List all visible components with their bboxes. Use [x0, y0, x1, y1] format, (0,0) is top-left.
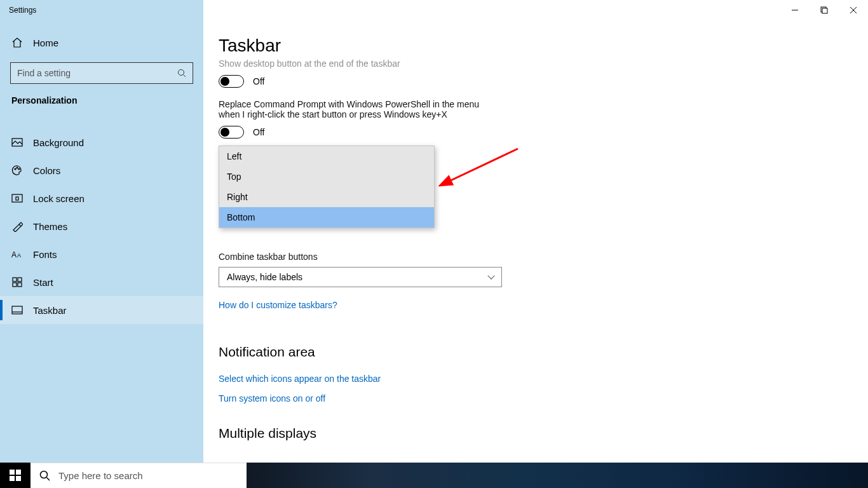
sidebar-item-background[interactable]: Background — [0, 128, 203, 156]
main-content: Taskbar Show desktop button at the end o… — [203, 0, 868, 488]
dropdown-option-bottom[interactable]: Bottom — [219, 207, 434, 227]
taskbar-icon — [11, 304, 23, 316]
sidebar-item-label: Taskbar — [33, 305, 67, 316]
svg-rect-18 — [18, 283, 22, 287]
svg-point-5 — [179, 70, 184, 76]
maximize-button[interactable] — [810, 0, 839, 20]
toggle-show-desktop-state: Off — [253, 76, 264, 86]
sidebar-item-themes[interactable]: Themes — [0, 212, 203, 240]
taskbar-search[interactable]: Type here to search — [31, 463, 247, 488]
search-input[interactable]: Find a setting — [10, 62, 193, 84]
select-combine-buttons[interactable]: Always, hide labels — [219, 267, 502, 287]
palette-icon — [11, 165, 23, 176]
start-button[interactable] — [0, 463, 31, 488]
sidebar-item-label: Start — [33, 277, 53, 288]
dropdown-option-top[interactable]: Top — [219, 166, 434, 187]
sidebar-category: Personalization — [0, 93, 203, 111]
sidebar-home[interactable]: Home — [0, 30, 203, 55]
sidebar-item-label: Lock screen — [33, 193, 85, 204]
svg-rect-15 — [13, 278, 17, 281]
page-title: Taskbar — [203, 36, 868, 56]
svg-line-6 — [184, 75, 186, 78]
home-label: Home — [33, 37, 58, 48]
dropdown-option-left[interactable]: Left — [219, 146, 434, 166]
link-select-icons[interactable]: Select which icons appear on the taskbar — [219, 374, 381, 384]
sidebar-item-label: Colors — [33, 165, 60, 176]
svg-point-8 — [15, 168, 16, 170]
sidebar-item-lockscreen[interactable]: Lock screen — [0, 184, 203, 212]
svg-line-27 — [47, 477, 50, 480]
search-placeholder: Find a setting — [17, 68, 177, 78]
toggle-powershell-state: Off — [253, 127, 264, 137]
windows-taskbar: Type here to search — [0, 463, 868, 488]
svg-text:A: A — [17, 252, 21, 259]
sidebar-item-fonts[interactable]: AA Fonts — [0, 240, 203, 268]
search-icon — [39, 470, 51, 482]
start-icon — [11, 276, 23, 288]
sidebar: Home Find a setting Personalization Back… — [0, 0, 203, 488]
titlebar: Settings — [0, 0, 868, 20]
svg-rect-11 — [12, 194, 22, 202]
minimize-button[interactable] — [780, 0, 810, 20]
dropdown-option-right[interactable]: Right — [219, 187, 434, 207]
sidebar-item-label: Fonts — [33, 249, 57, 260]
svg-rect-16 — [18, 278, 22, 281]
svg-point-26 — [41, 471, 48, 478]
lockscreen-icon — [11, 193, 23, 204]
setting-combine-label: Combine taskbar buttons — [219, 252, 661, 262]
sidebar-item-label: Background — [33, 137, 84, 148]
svg-rect-2 — [822, 8, 827, 13]
svg-rect-25 — [16, 476, 21, 481]
sidebar-item-start[interactable]: Start — [0, 268, 203, 296]
window-title: Settings — [0, 6, 36, 15]
svg-rect-12 — [16, 197, 18, 200]
svg-rect-17 — [13, 283, 17, 287]
chevron-down-icon — [487, 272, 494, 279]
picture-icon — [11, 137, 23, 148]
svg-point-10 — [18, 168, 20, 170]
section-multiple-displays: Multiple displays — [219, 426, 661, 441]
svg-text:A: A — [11, 250, 17, 259]
sidebar-item-colors[interactable]: Colors — [0, 156, 203, 184]
toggle-powershell[interactable] — [219, 126, 244, 139]
dropdown-taskbar-location[interactable]: Left Top Right Bottom — [219, 146, 435, 228]
search-icon — [177, 69, 186, 78]
section-notification-area: Notification area — [219, 344, 661, 360]
sidebar-item-taskbar[interactable]: Taskbar — [0, 296, 203, 324]
close-button[interactable] — [839, 0, 868, 20]
sidebar-item-label: Themes — [33, 221, 67, 232]
link-help-customize[interactable]: How do I customize taskbars? — [219, 300, 337, 310]
svg-point-9 — [17, 167, 18, 168]
taskbar-search-placeholder: Type here to search — [58, 470, 143, 481]
fonts-icon: AA — [11, 248, 23, 260]
svg-rect-22 — [10, 470, 15, 475]
svg-rect-23 — [16, 470, 21, 475]
setting-powershell-label: Replace Command Prompt with Windows Powe… — [219, 99, 485, 119]
themes-icon — [11, 220, 23, 232]
toggle-show-desktop[interactable] — [219, 75, 244, 88]
setting-show-desktop-label: Show desktop button at the end of the ta… — [219, 58, 661, 69]
home-icon — [11, 37, 23, 48]
select-combine-value: Always, hide labels — [227, 272, 302, 282]
svg-rect-24 — [10, 476, 15, 481]
taskbar-apps-area[interactable] — [247, 463, 868, 488]
svg-rect-19 — [12, 306, 22, 314]
link-system-icons[interactable]: Turn system icons on or off — [219, 393, 325, 403]
